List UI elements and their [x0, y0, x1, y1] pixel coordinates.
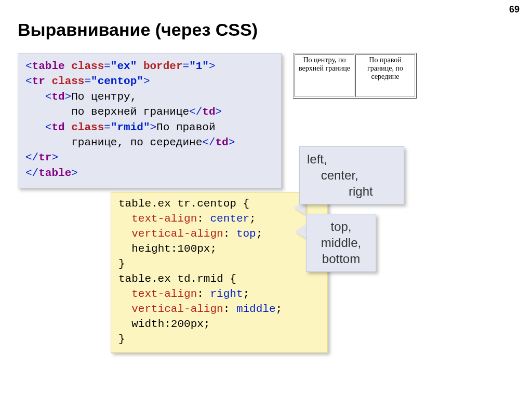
code-punct: < [45, 121, 52, 133]
callout-vertical-align-values: top, middle, bottom [306, 214, 376, 272]
code-punct: = [104, 60, 111, 72]
html-code-block: <table class="ex" border="1"> <tr class=… [18, 53, 282, 188]
code-tagname: table [32, 60, 65, 72]
code-space [137, 60, 143, 72]
example-output: По центру, по верхней границе По правой … [293, 53, 417, 99]
code-attrval: "rmid" [111, 121, 150, 133]
css-end: ; [243, 288, 249, 300]
code-attr: class [51, 75, 84, 87]
code-tagname: td [202, 106, 215, 118]
example-table: По центру, по верхней границе По правой … [293, 53, 417, 99]
table-row: По центру, по верхней границе По правой … [295, 54, 415, 97]
code-punct: > [150, 121, 157, 133]
code-punct: = [104, 121, 111, 133]
css-sep: : [197, 288, 210, 300]
code-punct: > [51, 152, 58, 163]
code-indent [25, 91, 45, 103]
callout-line: top, [314, 218, 368, 235]
css-sep: : [223, 303, 236, 315]
code-text: по верхней границе [71, 106, 189, 118]
css-code-block: table.ex tr.centop { text-align: center;… [111, 192, 328, 353]
code-punct: > [71, 167, 78, 179]
code-attr: class [71, 60, 104, 72]
code-attrval: "1" [189, 60, 209, 72]
code-punct: < [45, 91, 52, 103]
css-prop: text-align [131, 288, 197, 300]
css-close: } [118, 333, 125, 345]
css-val: middle [236, 303, 276, 315]
code-punct: </ [202, 136, 215, 148]
css-sep: : [223, 228, 236, 240]
code-text: границе, по середине [71, 136, 202, 148]
code-punct: > [143, 75, 150, 87]
page-number: 69 [509, 4, 520, 15]
code-text: По правой [156, 121, 215, 133]
code-tagname: tr [32, 75, 45, 87]
callout-line: center, [307, 167, 396, 183]
table-cell-rmid: По правой границе, по середине [355, 54, 415, 97]
code-punct: < [25, 60, 32, 72]
code-tagname: tr [38, 152, 51, 163]
code-punct: > [229, 136, 235, 148]
code-attr: class [71, 121, 104, 133]
code-punct: = [84, 75, 91, 87]
css-close: } [118, 258, 125, 270]
code-tagname: table [38, 167, 71, 179]
callout-line: middle, [314, 235, 368, 251]
table-cell-centop: По центру, по верхней границе [295, 54, 354, 97]
css-prop: vertical-align [131, 228, 223, 240]
css-prop: vertical-align [131, 303, 223, 315]
code-attrval: "ex" [111, 60, 137, 72]
code-punct: > [216, 106, 222, 118]
code-space [65, 121, 72, 133]
css-selector: table.ex tr.centop { [118, 198, 249, 210]
css-line: height:100px; [131, 243, 217, 255]
page-title: Выравнивание (через CSS) [18, 20, 258, 40]
code-punct: > [65, 91, 72, 103]
code-indent [25, 121, 45, 133]
callout-line: right [307, 183, 396, 199]
callout-text-align-values: left, center, right [299, 146, 404, 204]
css-val: right [210, 288, 243, 300]
css-line: width:200px; [131, 318, 210, 330]
css-end: ; [249, 213, 256, 225]
code-tagname: td [51, 121, 64, 133]
code-tagname: td [51, 91, 64, 103]
css-val: center [210, 213, 249, 225]
code-tagname: td [215, 136, 228, 148]
css-prop: text-align [131, 213, 197, 225]
code-indent [25, 136, 71, 148]
code-space [65, 60, 72, 72]
callout-tail-icon [295, 224, 307, 239]
code-punct: </ [25, 152, 38, 163]
css-end: ; [256, 228, 263, 240]
css-val: top [236, 228, 256, 240]
css-end: ; [276, 303, 283, 315]
code-attrval: "centop" [91, 75, 143, 87]
css-selector: table.ex td.rmid { [118, 273, 236, 285]
callout-line: bottom [314, 251, 368, 267]
callout-line: left, [307, 151, 396, 167]
code-attr: border [143, 60, 183, 72]
code-space [45, 75, 52, 87]
code-punct: = [183, 60, 190, 72]
code-punct: </ [25, 167, 38, 179]
code-indent [25, 106, 71, 118]
css-sep: : [197, 213, 210, 225]
code-text: По центру, [71, 91, 137, 103]
code-punct: > [209, 60, 216, 72]
code-punct: </ [189, 106, 202, 118]
code-punct: < [25, 75, 32, 87]
